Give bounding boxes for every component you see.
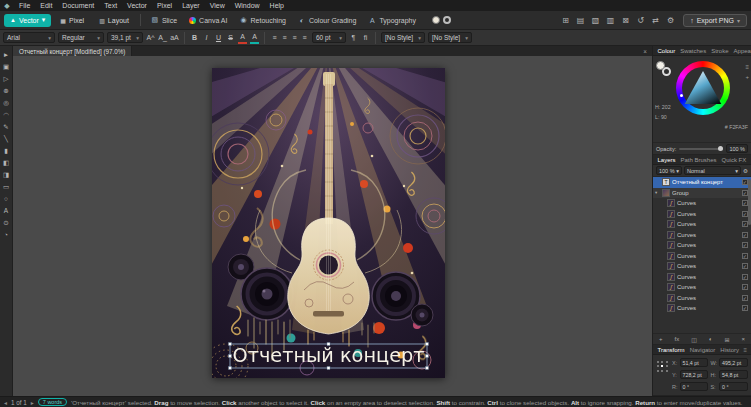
transform-value-h[interactable]: 54,8 pt [719,370,748,379]
menu-item-layer[interactable]: Layer [177,0,205,11]
fill-colour-icon[interactable] [656,61,665,70]
tab-colour[interactable]: Colour [655,46,678,56]
bold-button[interactable]: B [190,32,199,44]
layer-fx-icon[interactable]: fx [674,336,679,342]
stroke-swatch-icon[interactable] [443,16,451,24]
layer-row-curves[interactable]: ʃCurves✓ [653,230,751,241]
pixel-persona-button[interactable]: ▦ Pixel [54,14,90,27]
layer-opacity-select[interactable]: 100 % ▾ [656,166,682,175]
tab-history[interactable]: History [718,345,742,355]
underline-button[interactable]: U [214,32,223,44]
menu-item-file[interactable]: File [14,0,35,11]
contour-tool[interactable]: ◎ [1,98,12,107]
layer-row-curves[interactable]: ʃCurves✓ [653,303,751,314]
align-left-icon[interactable]: ≡ [270,32,279,44]
symbols-icon[interactable]: ▧ [589,14,602,27]
poster-artwork[interactable]: Отчетный концерт [212,68,445,378]
opacity-value[interactable]: 100 % [726,144,748,153]
next-page-icon[interactable]: ▸ [31,399,34,406]
paragraph-icon[interactable]: ¶ [349,32,358,44]
menu-item-pixel[interactable]: Pixel [152,0,177,11]
delete-layer-icon[interactable]: × [741,336,745,342]
leading-input[interactable]: 60 pt ▾ [312,32,346,43]
transform-value-r[interactable]: 0 ° [680,382,709,391]
guides-icon[interactable]: ▥ [604,14,617,27]
chevron-expanded-icon[interactable]: ▾ [655,190,660,195]
transform-value-w[interactable]: 495,2 pt [719,358,748,367]
arrange-icon[interactable]: ⇄ [649,14,662,27]
mask-layer-icon[interactable]: ◫ [691,336,697,343]
tab-appearance[interactable]: Appearance [731,46,751,56]
layer-row-curves[interactable]: ʃCurves✓ [653,293,751,304]
italic-button[interactable]: I [202,32,211,44]
node-tool[interactable]: ▷ [1,74,12,83]
layer-row-curves[interactable]: ʃCurves✓ [653,282,751,293]
transparency-tool[interactable]: ◨ [1,170,12,179]
assets-icon[interactable]: ▤ [574,14,587,27]
tab-quick-fx[interactable]: Quick FX [719,155,749,165]
canva-ai-button[interactable]: Canva AI [184,14,232,27]
text-tool[interactable]: A [1,206,12,215]
rotate-icon[interactable]: ↺ [634,14,647,27]
layer-visibility-checkbox[interactable]: ✓ [742,284,748,290]
tab-transform[interactable]: Transform [655,345,687,355]
subscript-icon[interactable]: A_ [158,32,167,44]
font-size-input[interactable]: 39,1 pt ▾ [107,32,143,43]
blend-mode-select[interactable]: Normal ▾ [684,166,741,175]
menu-item-text[interactable]: Text [99,0,122,11]
vector-brush-tool[interactable]: ▮ [1,146,12,155]
ligatures-button[interactable]: fi [361,32,370,44]
layer-visibility-checkbox[interactable]: ✓ [742,253,748,259]
menu-item-help[interactable]: Help [265,0,289,11]
layer-visibility-checkbox[interactable]: ✓ [742,305,748,311]
point-transform-tool[interactable]: ⊕ [1,86,12,95]
zoom-tool[interactable]: ◔ [1,230,12,239]
text-colour-button[interactable]: A [238,32,247,44]
menu-item-view[interactable]: View [205,0,230,11]
hue-selector-dot[interactable] [680,94,683,97]
justify-icon[interactable]: ≡ [300,32,309,44]
ellipse-tool[interactable]: ○ [1,194,12,203]
menu-item-vector[interactable]: Vector [122,0,152,11]
close-icon[interactable]: × [638,48,652,55]
menu-item-document[interactable]: Document [57,0,99,11]
colour-grading-button[interactable]: ◐Colour Grading [293,14,361,27]
word-count-badge[interactable]: 7 words [38,398,67,406]
align-right-icon[interactable]: ≡ [290,32,299,44]
change-case-icon[interactable]: aA [170,32,179,44]
snapping-icon[interactable]: ⊠ [619,14,632,27]
layer-row-curves[interactable]: ʃCurves✓ [653,261,751,272]
opacity-slider[interactable] [679,148,723,150]
tab-navigator[interactable]: Navigator [687,345,718,355]
fill-tool[interactable]: ◧ [1,158,12,167]
transform-value-s[interactable]: 0 ° [719,382,748,391]
tab-layers[interactable]: Layers [655,155,678,165]
layer-row-curves[interactable]: ʃCurves✓ [653,209,751,220]
typography-button[interactable]: ATypography [363,14,421,27]
layout-persona-button[interactable]: ▥ Layout [93,14,135,27]
pencil-tool[interactable]: ╲ [1,134,12,143]
panel-menu-icon[interactable]: ≡ [741,347,749,353]
tab-path-brushes[interactable]: Path Brushes [678,155,719,165]
menu-item-edit[interactable]: Edit [35,0,57,11]
move-tool[interactable]: ► [1,50,12,59]
canvas-area[interactable]: Отчетный концерт [13,56,652,396]
colour-add-icon[interactable]: + [745,74,749,80]
fill-stroke-selector[interactable] [656,61,671,76]
insert-target-icon[interactable]: ⊞ [559,14,572,27]
slice-button[interactable]: ▧Slice [146,14,182,27]
character-style-select[interactable]: [No Style] ▾ [428,32,472,43]
layer-visibility-checkbox[interactable]: ✓ [742,242,748,248]
rectangle-tool[interactable]: ▭ [1,182,12,191]
transform-value-y[interactable]: 728,2 pt [680,370,709,379]
layer-visibility-checkbox[interactable]: ✓ [742,295,748,301]
layer-visibility-checkbox[interactable]: ✓ [742,274,748,280]
layer-row-group[interactable]: ▾Group✓ [653,188,751,199]
transform-value-x[interactable]: 51,4 pt [680,358,709,367]
export-png-button[interactable]: ↑ Export PNG ▾ [683,14,747,27]
superscript-icon[interactable]: A^ [146,32,155,44]
highlight-colour-button[interactable]: A [250,32,259,44]
app-logo-icon[interactable]: ◆ [0,2,14,10]
strikethrough-button[interactable]: S [226,32,235,44]
poster-title[interactable]: Отчетный концерт [233,343,425,367]
